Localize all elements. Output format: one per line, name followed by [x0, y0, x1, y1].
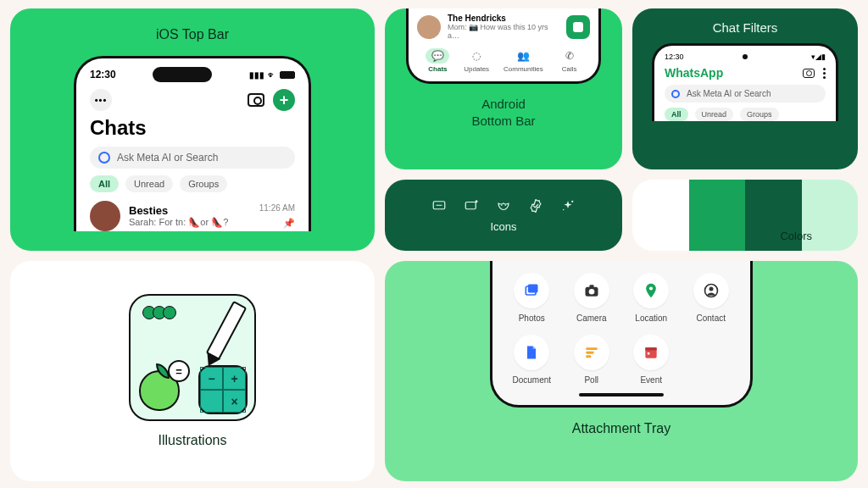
android-phone-frame: The Hendricks Mom: 📷 How was this 10 yrs… [406, 8, 601, 84]
avatar [417, 15, 441, 39]
phone-icon: ✆ [558, 48, 581, 64]
search-placeholder: Ask Meta AI or Search [117, 152, 218, 164]
status-icon: ◌ [465, 48, 488, 64]
search-input[interactable]: Ask Meta AI or Search [90, 147, 295, 169]
privacy-mask-icon [496, 198, 511, 214]
svg-rect-1 [465, 202, 476, 208]
svg-point-5 [571, 200, 573, 202]
search-input[interactable]: Ask Meta AI or Search [665, 85, 826, 103]
camera-icon[interactable] [803, 69, 815, 78]
pin-icon: 📌 [259, 218, 295, 229]
verified-icon [528, 198, 543, 214]
dynamic-island [153, 67, 212, 82]
tab-updates[interactable]: ◌Updates [464, 48, 489, 73]
filter-unread[interactable]: Unread [695, 108, 734, 121]
ios-top-bar-card: iOS Top Bar 12:30 ▮▮▮ ᯤ ••• + Chats [10, 8, 375, 251]
chat-preview: Sarah: For tn: 👠or 👠? [129, 217, 251, 228]
message-notification-icon [464, 198, 479, 214]
status-time: 12:30 [665, 53, 684, 61]
meta-ai-icon [671, 90, 680, 98]
chat-time: 11:26 AM [259, 203, 295, 213]
svg-point-3 [501, 204, 503, 206]
card-title: Android Bottom Bar [471, 96, 535, 129]
filter-unread[interactable]: Unread [125, 175, 173, 192]
wifi-icon: ᯤ [268, 70, 276, 80]
svg-point-4 [505, 204, 507, 206]
status-time: 12:30 [90, 69, 116, 80]
card-title: iOS Top Bar [156, 27, 229, 42]
camera-punch-hole [743, 54, 748, 59]
chat-filters-card: Chat Filters 12:30 ▾◢▮ WhatsApp Ask Meta… [632, 8, 858, 169]
card-title: Chat Filters [713, 20, 778, 35]
svg-point-10 [588, 289, 594, 295]
location-icon [643, 282, 659, 299]
chat-name: Besties [129, 204, 251, 217]
card-title: Attachment Tray [572, 421, 671, 436]
svg-rect-16 [586, 352, 593, 354]
svg-rect-11 [589, 285, 593, 287]
card-title: Colors [780, 230, 812, 242]
filter-all[interactable]: All [665, 108, 688, 121]
chat-icon: 💬 [426, 48, 449, 64]
svg-rect-15 [586, 347, 597, 350]
tab-chats[interactable]: 💬Chats [426, 48, 449, 73]
screen-title: Chats [90, 116, 295, 140]
new-chat-button[interactable]: + [273, 89, 295, 111]
filter-all[interactable]: All [90, 175, 119, 192]
attach-photos[interactable]: Photos [504, 273, 559, 323]
colors-card: Colors [632, 180, 858, 251]
chat-name: The Hendricks [448, 14, 559, 23]
filter-groups[interactable]: Groups [740, 108, 779, 121]
bottom-nav: 💬Chats ◌Updates 👥Communities ✆Calls [417, 48, 590, 73]
attach-contact[interactable]: Contact [684, 273, 739, 323]
sparkle-icon [560, 198, 576, 214]
attach-poll[interactable]: Poll [565, 335, 620, 385]
event-icon [643, 344, 659, 361]
android-phone-frame: 12:30 ▾◢▮ WhatsApp Ask Meta AI or Search… [652, 43, 838, 121]
svg-point-12 [649, 286, 653, 290]
svg-rect-19 [646, 347, 657, 350]
status-bar: 12:30 ▾◢▮ [665, 53, 826, 61]
photos-icon [523, 282, 540, 299]
camera-icon[interactable] [248, 93, 264, 107]
message-icon [431, 198, 447, 214]
swatch-brand-green [689, 180, 746, 251]
svg-rect-20 [648, 352, 650, 355]
illustrations-card: = −+× Illustrations [10, 261, 375, 481]
cellular-icon: ▮▮▮ [249, 70, 264, 80]
home-indicator[interactable] [579, 393, 664, 396]
attach-camera[interactable]: Camera [565, 273, 620, 323]
attachment-tray-card: Photos Camera Location Contact Document [385, 261, 858, 481]
chat-preview: Mom: 📷 How was this 10 yrs a… [448, 23, 559, 40]
svg-rect-8 [528, 285, 538, 293]
svg-rect-17 [586, 355, 591, 358]
android-bottom-bar-card: The Hendricks Mom: 📷 How was this 10 yrs… [385, 8, 622, 169]
chat-list-item[interactable]: The Hendricks Mom: 📷 How was this 10 yrs… [417, 14, 590, 40]
ios-status-bar: 12:30 ▮▮▮ ᯤ [90, 67, 295, 82]
camera-icon [583, 282, 600, 299]
attach-event[interactable]: Event [624, 335, 679, 385]
tab-communities[interactable]: 👥Communities [504, 48, 543, 73]
contact-icon [703, 282, 720, 299]
avatar [90, 201, 120, 231]
attach-location[interactable]: Location [624, 273, 679, 323]
svg-point-6 [563, 208, 565, 210]
new-chat-fab[interactable] [566, 15, 590, 39]
ios-phone-frame: 12:30 ▮▮▮ ᯤ ••• + Chats Ask Meta AI or S… [74, 56, 311, 231]
people-icon [142, 306, 176, 319]
pencil-icon [206, 301, 248, 360]
meta-ai-icon [98, 152, 110, 164]
status-icons: ▾◢▮ [811, 53, 826, 61]
poll-icon [583, 344, 600, 361]
more-menu-button[interactable]: ••• [90, 89, 112, 111]
tab-calls[interactable]: ✆Calls [558, 48, 581, 73]
chat-list-item[interactable]: Besties Sarah: For tn: 👠or 👠? 11:26 AM 📌 [90, 201, 295, 231]
more-icon[interactable] [823, 68, 826, 79]
filter-groups[interactable]: Groups [180, 175, 227, 192]
svg-point-2 [476, 200, 478, 202]
calculator-icon: −+× [198, 365, 248, 414]
card-title: Illustrations [159, 433, 227, 448]
attach-document[interactable]: Document [504, 335, 559, 385]
app-title: WhatsApp [665, 66, 723, 80]
card-title: Icons [490, 220, 516, 233]
